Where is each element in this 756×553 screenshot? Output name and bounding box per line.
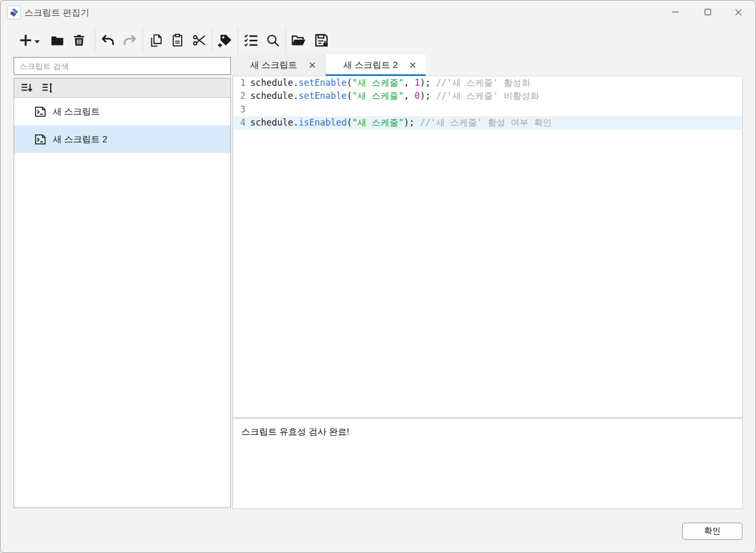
tag-plus-icon <box>217 32 233 48</box>
paste-button[interactable] <box>169 30 186 51</box>
code-token-method: setEnable <box>298 77 347 88</box>
plus-icon <box>18 33 33 48</box>
code-line[interactable]: 2schedule.setEnable("새 스케줄", 0); //'새 스케… <box>233 89 742 103</box>
code-token-comment: //'새 스케줄' 활성 여부 확인 <box>420 117 552 128</box>
search-button[interactable] <box>264 30 281 51</box>
code-token-number: 0 <box>415 91 420 101</box>
delete-button[interactable] <box>71 30 87 51</box>
chevron-down-icon[interactable] <box>35 40 40 43</box>
script-file-icon <box>34 106 47 118</box>
code-token-plain: schedule. <box>250 117 298 128</box>
script-file-icon <box>34 133 47 145</box>
close-button[interactable] <box>726 1 750 24</box>
toolbar-separator <box>238 27 238 53</box>
paste-icon <box>171 33 184 47</box>
app-logo-icon <box>7 6 21 19</box>
script-list-item[interactable]: 새 스크립트 <box>14 98 230 126</box>
script-editor-window: 스크립트 편집기 <box>0 0 756 553</box>
toolbar-separator <box>142 27 143 53</box>
script-list-toolbar <box>14 78 230 98</box>
add-script-button[interactable] <box>16 30 41 51</box>
window-title: 스크립트 편집기 <box>25 7 90 19</box>
script-list-item[interactable]: 새 스크립트 2 <box>14 126 230 153</box>
sort-descending-button[interactable] <box>18 80 35 96</box>
line-number: 2 <box>233 89 246 103</box>
code-token-comment: //'새 스케줄' 비활성화 <box>436 91 539 101</box>
undo-button[interactable] <box>99 30 116 51</box>
redo-button[interactable] <box>121 30 138 51</box>
status-message: 스크립트 유효성 검사 완료! <box>241 427 349 437</box>
script-list-panel: 새 스크립트 새 스크립트 2 <box>14 78 231 508</box>
folder-icon <box>50 33 64 48</box>
tab-bar: 새 스크립트 새 스크립트 2 <box>232 54 426 76</box>
save-icon <box>314 32 329 48</box>
code-text: schedule.isEnabled("새 스케줄"); //'새 스케줄' 활… <box>246 116 552 129</box>
add-tag-button[interactable] <box>217 30 234 51</box>
toolbar-separator <box>285 27 286 53</box>
code-token-string: "새 스케줄" <box>352 117 404 128</box>
open-file-button[interactable] <box>290 30 307 51</box>
code-text <box>246 103 250 116</box>
code-token-string: "새 스케줄" <box>352 77 404 88</box>
trash-icon <box>72 33 86 47</box>
toolbar-separator <box>212 27 213 53</box>
tab-script-1[interactable]: 새 스크립트 <box>232 54 326 76</box>
code-token-method: setEnable <box>298 91 347 101</box>
code-token-plain: , <box>404 91 414 101</box>
code-lines: 1schedule.setEnable("새 스케줄", 1); //'새 스케… <box>233 76 742 130</box>
tab-label: 새 스크립트 2 <box>343 59 398 71</box>
script-item-label: 새 스크립트 <box>53 106 100 118</box>
code-token-plain: schedule. <box>250 77 298 88</box>
scissors-icon <box>192 33 207 48</box>
code-token-comment: //'새 스케줄' 활성화 <box>436 77 530 88</box>
code-token-plain: ); <box>404 117 420 128</box>
code-line[interactable]: 4schedule.isEnabled("새 스케줄"); //'새 스케줄' … <box>233 116 742 129</box>
sort-descending-icon <box>20 81 34 95</box>
code-token-plain: ); <box>420 77 436 88</box>
validate-list-button[interactable] <box>242 30 259 51</box>
script-search-input[interactable] <box>14 57 231 75</box>
new-folder-button[interactable] <box>49 30 65 51</box>
line-number: 4 <box>233 116 246 129</box>
line-number: 3 <box>233 103 246 116</box>
sort-toggle-icon <box>41 81 54 95</box>
undo-icon <box>101 33 115 48</box>
script-item-label: 새 스크립트 2 <box>53 133 107 145</box>
code-token-string: "새 스케줄" <box>352 91 404 101</box>
code-editor[interactable]: 1schedule.setEnable("새 스케줄", 1); //'새 스케… <box>232 76 743 418</box>
code-line[interactable]: 3 <box>233 103 742 116</box>
code-token-plain: ); <box>420 91 436 101</box>
tab-script-2[interactable]: 새 스크립트 2 <box>326 54 426 76</box>
cut-button[interactable] <box>191 30 208 51</box>
maximize-button[interactable] <box>696 1 720 24</box>
toolbar-separator <box>95 27 95 53</box>
code-line[interactable]: 1schedule.setEnable("새 스케줄", 1); //'새 스케… <box>233 76 742 89</box>
validation-status-panel: 스크립트 유효성 검사 완료! <box>232 418 743 509</box>
search-icon <box>266 33 280 48</box>
code-token-plain: schedule. <box>250 91 298 101</box>
code-token-plain: ( <box>347 117 352 128</box>
code-token-plain: ( <box>347 77 352 88</box>
minimize-button[interactable] <box>663 1 687 24</box>
save-file-button[interactable] <box>313 30 330 51</box>
tab-label: 새 스크립트 <box>250 59 297 71</box>
copy-icon <box>149 33 163 48</box>
titlebar: 스크립트 편집기 <box>1 1 755 25</box>
copy-button[interactable] <box>147 30 164 51</box>
code-text: schedule.setEnable("새 스케줄", 1); //'새 스케줄… <box>246 76 530 89</box>
sort-toggle-button[interactable] <box>39 80 56 96</box>
code-text: schedule.setEnable("새 스케줄", 0); //'새 스케줄… <box>246 89 539 103</box>
code-token-plain: ( <box>347 91 352 101</box>
tab-close-icon[interactable] <box>309 62 316 69</box>
tab-close-icon[interactable] <box>409 62 416 69</box>
code-token-method: isEnabled <box>298 117 347 128</box>
code-token-number: 1 <box>415 77 420 88</box>
ok-button[interactable]: 확인 <box>682 523 742 540</box>
checklist-icon <box>243 33 259 48</box>
open-folder-icon <box>291 33 306 48</box>
redo-icon <box>123 33 137 48</box>
toolbar <box>1 26 755 55</box>
code-token-plain: , <box>404 77 414 88</box>
line-number: 1 <box>233 76 246 89</box>
